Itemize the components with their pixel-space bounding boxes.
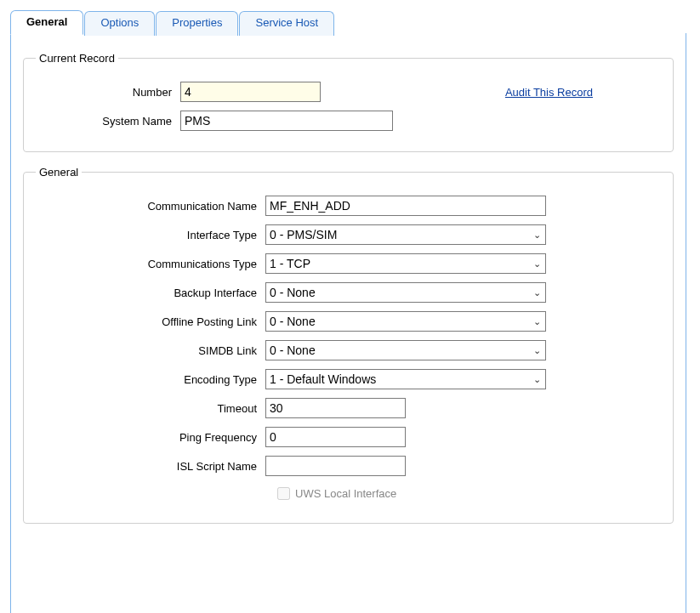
- fieldset-current-record: Current Record Number Audit This Record …: [23, 52, 674, 152]
- select-offline[interactable]: ⌄: [265, 311, 546, 332]
- select-comm-type[interactable]: ⌄: [265, 253, 546, 274]
- select-interface-type[interactable]: ⌄: [265, 224, 546, 245]
- label-simdb: SIMDB Link: [36, 344, 265, 357]
- select-backup-input[interactable]: [265, 282, 546, 303]
- label-comm-type: Communications Type: [36, 258, 265, 270]
- select-simdb[interactable]: ⌄: [265, 340, 546, 360]
- select-comm-type-input[interactable]: [265, 253, 546, 274]
- tab-options[interactable]: Options: [84, 11, 155, 36]
- label-system-name: System Name: [36, 115, 180, 128]
- select-simdb-input[interactable]: [265, 340, 546, 360]
- select-backup[interactable]: ⌄: [265, 282, 546, 303]
- select-offline-input[interactable]: [265, 311, 546, 332]
- input-number[interactable]: [180, 82, 321, 102]
- input-timeout[interactable]: [265, 398, 406, 418]
- label-encoding: Encoding Type: [36, 373, 265, 386]
- tab-panel-general: General Options Properties Service Host …: [10, 33, 686, 613]
- input-system-name[interactable]: [180, 111, 393, 131]
- input-ping[interactable]: [265, 427, 406, 447]
- label-offline: Offline Posting Link: [36, 315, 265, 328]
- select-encoding[interactable]: ⌄: [265, 369, 546, 389]
- label-comm-name: Communication Name: [36, 200, 265, 213]
- legend-current-record: Current Record: [36, 52, 118, 65]
- tab-properties[interactable]: Properties: [156, 11, 238, 36]
- legend-general: General: [36, 166, 82, 179]
- label-number: Number: [36, 86, 180, 99]
- checkbox-uws: [277, 487, 290, 500]
- fieldset-general: General Communication Name Interface Typ…: [23, 166, 674, 524]
- label-backup: Backup Interface: [36, 287, 265, 299]
- label-timeout: Timeout: [36, 402, 265, 415]
- input-isl[interactable]: [265, 456, 406, 476]
- label-uws: UWS Local Interface: [295, 487, 396, 500]
- tab-service-host[interactable]: Service Host: [239, 11, 334, 36]
- link-audit-record[interactable]: Audit This Record: [505, 86, 593, 99]
- label-interface-type: Interface Type: [36, 229, 265, 241]
- select-encoding-input[interactable]: [265, 369, 546, 389]
- label-ping: Ping Frequency: [36, 431, 265, 444]
- input-comm-name[interactable]: [265, 196, 546, 216]
- tab-general[interactable]: General: [10, 10, 83, 35]
- label-isl: ISL Script Name: [36, 460, 265, 473]
- select-interface-type-input[interactable]: [265, 224, 546, 245]
- tabs: General Options Properties Service Host: [10, 10, 335, 35]
